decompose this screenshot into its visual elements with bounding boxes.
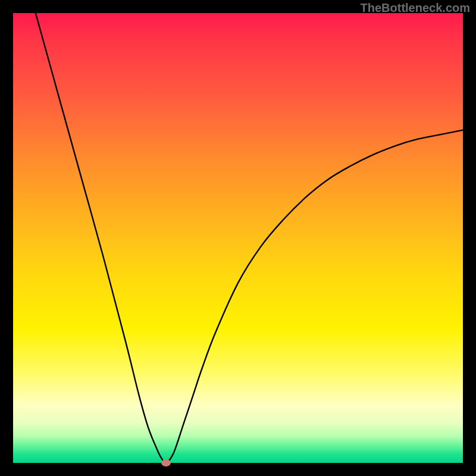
minimum-marker: [161, 459, 171, 466]
plot-area: [13, 13, 463, 463]
bottleneck-curve: [13, 13, 463, 463]
chart-frame: TheBottleneck.com: [0, 0, 476, 476]
